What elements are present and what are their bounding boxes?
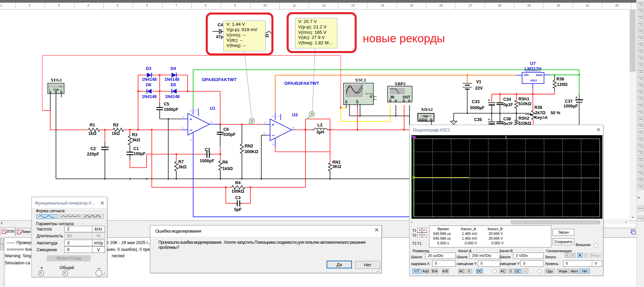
svg-text:+: +	[575, 95, 577, 99]
svg-text:R36: R36	[556, 77, 564, 81]
svg-text:2k7Ω: 2k7Ω	[535, 111, 546, 115]
svg-text:6: 6	[293, 126, 294, 129]
svg-text:4: 4	[271, 144, 275, 145]
svg-text:U1: U1	[210, 106, 216, 111]
svg-text:OPA453FAKTWT: OPA453FAKTWT	[202, 77, 237, 82]
svg-text:IN: IN	[391, 95, 394, 99]
svg-text:1kΩ: 1kΩ	[88, 131, 96, 136]
svg-text:1: 1	[182, 115, 184, 119]
svg-text:2: 2	[263, 131, 265, 135]
svg-text:RSh2: RSh2	[518, 116, 529, 121]
svg-text:+: +	[344, 103, 345, 105]
svg-text:50 %: 50 %	[551, 111, 560, 115]
svg-text:C7: C7	[205, 147, 210, 152]
svg-text:1: 1	[264, 121, 266, 124]
svg-text:7: 7	[277, 115, 280, 117]
svg-text:5000µF: 5000µF	[470, 105, 485, 110]
svg-text:5: 5	[271, 115, 275, 117]
svg-text:R1: R1	[90, 123, 95, 127]
svg-text:22V: 22V	[475, 86, 483, 91]
svg-text:5pF: 5pF	[234, 207, 242, 212]
svg-text:−: −	[349, 103, 350, 105]
svg-text:ADJ: ADJ	[530, 78, 537, 82]
svg-text:3kΩ: 3kΩ	[132, 138, 140, 142]
svg-text:6: 6	[210, 120, 212, 124]
svg-text:0µ1F: 0µ1F	[503, 102, 513, 107]
svg-text:XSC2: XSC2	[355, 77, 366, 82]
svg-text:−: −	[61, 88, 62, 91]
svg-text:+: +	[49, 88, 50, 91]
svg-text:XDA2: XDA2	[421, 107, 433, 112]
svg-text:1kΩ: 1kΩ	[112, 131, 120, 136]
svg-text:3kΩ: 3kΩ	[178, 165, 186, 169]
svg-text:+: +	[272, 122, 274, 127]
svg-text:U2: U2	[292, 112, 298, 117]
svg-text:+: +	[190, 117, 192, 122]
svg-text:R7: R7	[178, 160, 184, 164]
svg-text:1N4148: 1N4148	[142, 94, 157, 99]
svg-text:R4: R4	[235, 181, 241, 185]
svg-text:C3: C3	[235, 195, 241, 200]
svg-text:7: 7	[195, 110, 198, 112]
svg-text:V1: V1	[476, 79, 481, 84]
svg-text:V: V	[311, 112, 313, 116]
svg-text:5: 5	[189, 110, 193, 112]
svg-text:OPA453FAKTWT: OPA453FAKTWT	[284, 81, 319, 86]
svg-text:510kΩ: 510kΩ	[518, 101, 531, 106]
svg-text:300KΩ: 300KΩ	[245, 149, 258, 154]
svg-text:−: −	[360, 103, 361, 105]
svg-text:R6: R6	[222, 160, 228, 165]
svg-text:COM: COM	[53, 89, 59, 91]
svg-text:D6: D6	[146, 82, 151, 87]
svg-text:C35: C35	[474, 117, 482, 122]
svg-text:+: +	[488, 117, 490, 121]
svg-text:L2: L2	[317, 123, 323, 127]
svg-text:+: +	[488, 98, 490, 102]
svg-text:1N4148: 1N4148	[165, 94, 180, 99]
svg-text:R3: R3	[132, 133, 137, 137]
svg-text:−: −	[190, 127, 193, 133]
svg-text:Key=A: Key=A	[534, 115, 548, 120]
svg-text:1k5Ω: 1k5Ω	[222, 166, 233, 171]
svg-text:1000µF: 1000µF	[563, 104, 578, 109]
svg-text:D4: D4	[171, 66, 176, 71]
svg-text:RN2: RN2	[245, 144, 253, 148]
svg-text:R2: R2	[113, 123, 118, 127]
svg-text:C5: C5	[164, 102, 169, 106]
svg-text:RN1: RN1	[332, 160, 341, 165]
svg-text:XBP2: XBP2	[395, 81, 406, 86]
svg-text:C1: C1	[133, 146, 139, 151]
svg-text:C34: C34	[503, 97, 511, 102]
svg-text:2: 2	[181, 126, 183, 129]
svg-text:−: −	[372, 99, 373, 101]
svg-text:U7: U7	[530, 61, 536, 66]
svg-text:1500pF: 1500pF	[200, 159, 214, 163]
svg-text:330pF: 330pF	[223, 132, 236, 137]
svg-text:RSh1: RSh1	[518, 97, 529, 101]
svg-text:1N4148: 1N4148	[164, 77, 179, 82]
svg-text:C33: C33	[472, 99, 480, 104]
svg-text:C2: C2	[90, 146, 96, 151]
svg-text:VIn: VIn	[524, 73, 529, 77]
svg-text:220pF: 220pF	[87, 152, 99, 157]
svg-text:D3: D3	[146, 66, 151, 71]
svg-text:C36: C36	[503, 117, 511, 121]
svg-text:Ext Trig: Ext Trig	[366, 93, 373, 95]
svg-text:4: 4	[189, 139, 193, 141]
svg-text:D5: D5	[171, 82, 176, 87]
svg-text:LM317H: LM317H	[525, 66, 541, 71]
svg-text:C6: C6	[223, 127, 229, 132]
svg-text:C37: C37	[565, 99, 573, 104]
svg-text:XFG1: XFG1	[50, 77, 62, 82]
svg-text:1N4148: 1N4148	[142, 77, 157, 82]
svg-text:Vout: Vout	[536, 73, 543, 77]
svg-text:1500pF: 1500pF	[164, 107, 178, 112]
svg-text:100kΩ: 100kΩ	[231, 189, 244, 194]
svg-text:120Ω: 120Ω	[557, 82, 568, 87]
svg-text:100pF: 100pF	[133, 151, 146, 156]
svg-text:THD: THD	[423, 115, 428, 118]
svg-text:+: +	[355, 103, 356, 105]
svg-text:R38: R38	[534, 105, 542, 110]
svg-text:−: −	[272, 133, 275, 138]
svg-text:V: V	[251, 119, 253, 123]
